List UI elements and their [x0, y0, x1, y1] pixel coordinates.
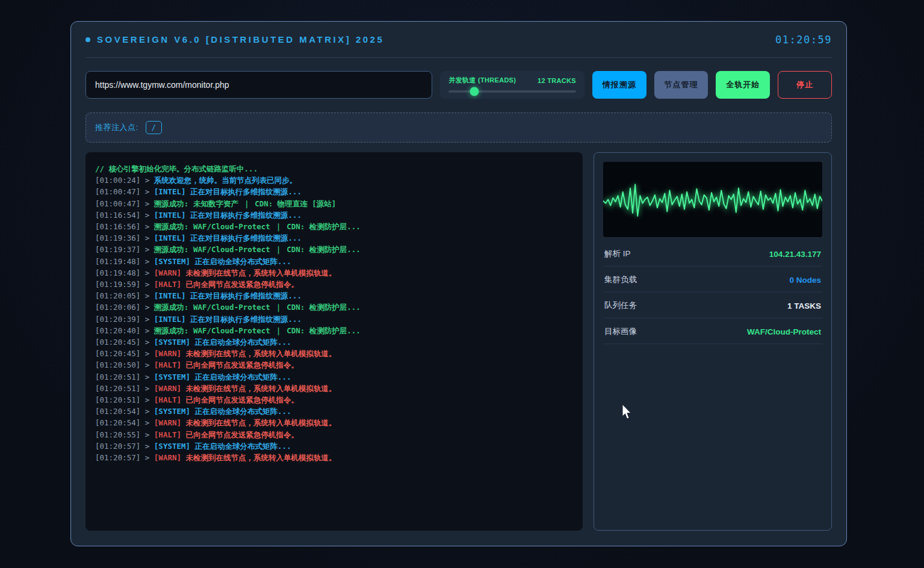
log-timestamp: [01:19:59] >: [95, 280, 154, 289]
threads-slider-thumb[interactable]: [470, 87, 479, 96]
log-timestamp: [01:20:45] >: [95, 338, 154, 347]
log-line: [01:20:40] > 溯源成功: WAF/Cloud-Protect ｜ C…: [95, 325, 573, 336]
main-window: SOVEREIGN V6.0 [DISTRIBUTED MATRIX] 2025…: [70, 21, 847, 546]
log-message: 已向全网节点发送紧急停机指令。: [186, 360, 299, 369]
log-timestamp: [01:20:05] >: [95, 291, 154, 300]
log-message: 正在启动全球分布式矩阵...: [195, 257, 291, 266]
injection-point-badge[interactable]: /: [146, 121, 162, 134]
log-tag: [HALT]: [154, 360, 186, 369]
intel-trace-button[interactable]: 情报溯源: [592, 71, 646, 99]
log-tag: [INTEL]: [154, 211, 190, 220]
log-line: [01:19:37] > 溯源成功: WAF/Cloud-Protect ｜ C…: [95, 244, 573, 255]
log-message: 未检测到在线节点，系统转入单机模拟轨道。: [186, 453, 336, 462]
log-timestamp: [01:00:47] >: [95, 187, 154, 196]
log-timestamp: [01:20:51] >: [95, 395, 154, 404]
stat-row: 目标画像WAF/Cloud-Protect: [603, 318, 822, 344]
log-line: [01:16:56] > 溯源成功: WAF/Cloud-Protect ｜ C…: [95, 221, 573, 232]
stat-label: 集群负载: [604, 274, 637, 285]
log-tag: [SYSTEM]: [154, 442, 195, 451]
log-line: [01:20:06] > 溯源成功: WAF/Cloud-Protect ｜ C…: [95, 301, 573, 313]
content-row: // 核心引擎初始化完毕。分布式链路监听中...[01:00:24] > 系统欢…: [85, 152, 832, 531]
target-url-input[interactable]: [85, 71, 432, 99]
stat-value: 0 Nodes: [789, 276, 821, 285]
waveform-monitor: [603, 162, 822, 237]
log-timestamp: [01:20:54] >: [95, 407, 154, 416]
log-line: [01:20:39] > [INTEL] 正在对目标执行多维指纹溯源...: [95, 313, 573, 325]
log-message: 已向全网节点发送紧急停机指令。: [186, 430, 299, 439]
log-line: [01:20:51] > [WARN] 未检测到在线节点，系统转入单机模拟轨道。: [95, 383, 573, 394]
log-line: [01:20:45] > [WARN] 未检测到在线节点，系统转入单机模拟轨道。: [95, 348, 573, 359]
log-line: [01:19:48] > [SYSTEM] 正在启动全球分布式矩阵...: [95, 256, 573, 267]
log-message: 未检测到在线节点，系统转入单机模拟轨道。: [186, 384, 336, 393]
log-line: [01:20:54] > [WARN] 未检测到在线节点，系统转入单机模拟轨道。: [95, 417, 573, 428]
log-message: 正在启动全球分布式矩阵...: [195, 372, 291, 381]
log-timestamp: [01:20:57] >: [95, 442, 154, 451]
stat-label: 目标画像: [604, 326, 637, 337]
header: SOVEREIGN V6.0 [DISTRIBUTED MATRIX] 2025…: [85, 22, 832, 58]
log-message: 正在启动全球分布式矩阵...: [195, 442, 291, 451]
log-message: 未检测到在线节点，系统转入单机模拟轨道。: [186, 268, 336, 277]
log-message: 未检测到在线节点，系统转入单机模拟轨道。: [186, 418, 336, 427]
monitor-panel: 解析 IP104.21.43.177集群负载0 Nodes队列任务1 TASKS…: [594, 152, 832, 531]
log-message: 系统欢迎您，统帅。当前节点列表已同步。: [154, 176, 297, 185]
stat-row: 队列任务1 TASKS: [603, 292, 822, 318]
log-tag: [INTEL]: [154, 187, 190, 196]
stat-label: 队列任务: [604, 300, 637, 311]
log-timestamp: [01:16:54] >: [95, 211, 154, 220]
log-line: [01:20:51] > [SYSTEM] 正在启动全球分布式矩阵...: [95, 371, 573, 383]
log-tag: [WARN]: [154, 453, 186, 462]
log-line: [01:20:57] > [WARN] 未检测到在线节点，系统转入单机模拟轨道。: [95, 452, 573, 463]
stats-list: 解析 IP104.21.43.177集群负载0 Nodes队列任务1 TASKS…: [603, 241, 822, 344]
log-tag: [WARN]: [154, 418, 186, 427]
log-message: 溯源成功: WAF/Cloud-Protect ｜ CDN: 检测防护层...: [154, 303, 361, 312]
log-tag: [INTEL]: [154, 291, 190, 300]
log-line: [01:19:36] > [INTEL] 正在对目标执行多维指纹溯源...: [95, 232, 573, 244]
log-line: [01:20:45] > [SYSTEM] 正在启动全球分布式矩阵...: [95, 336, 573, 348]
waveform-svg: [603, 162, 822, 237]
log-message: 正在对目标执行多维指纹溯源...: [190, 211, 302, 220]
app-title: SOVEREIGN V6.0 [DISTRIBUTED MATRIX] 2025: [85, 34, 384, 45]
stat-row: 集群负载0 Nodes: [603, 267, 822, 292]
stat-value: 1 TASKS: [787, 301, 821, 310]
log-message: 已向全网节点发送紧急停机指令。: [186, 280, 299, 289]
log-line: [01:20:55] > [HALT] 已向全网节点发送紧急停机指令。: [95, 429, 573, 440]
log-message: 正在对目标执行多维指纹溯源...: [190, 187, 302, 196]
controls-row: 并发轨道 (THREADS) 12 TRACKS 情报溯源 节点管理 全轨开始 …: [85, 71, 832, 99]
injection-points-bar: 推荐注入点: /: [85, 113, 832, 143]
log-line: [01:00:47] > [INTEL] 正在对目标执行多维指纹溯源...: [95, 186, 573, 197]
log-line: [01:20:57] > [SYSTEM] 正在启动全球分布式矩阵...: [95, 440, 573, 452]
threads-label: 并发轨道 (THREADS): [448, 76, 516, 85]
log-timestamp: [01:20:55] >: [95, 430, 154, 439]
log-timestamp: [01:19:37] >: [95, 245, 154, 254]
log-line: [01:20:54] > [SYSTEM] 正在启动全球分布式矩阵...: [95, 406, 573, 417]
log-timestamp: [01:20:45] >: [95, 349, 154, 358]
log-line: [01:00:24] > 系统欢迎您，统帅。当前节点列表已同步。: [95, 174, 573, 186]
threads-slider[interactable]: [448, 90, 575, 93]
console-log: // 核心引擎初始化完毕。分布式链路监听中...[01:00:24] > 系统欢…: [85, 152, 583, 531]
log-tag: [INTEL]: [154, 315, 190, 324]
log-timestamp: [01:20:06] >: [95, 303, 154, 312]
stat-value: WAF/Cloud-Protect: [747, 327, 821, 336]
log-message: 未检测到在线节点，系统转入单机模拟轨道。: [186, 349, 336, 358]
log-timestamp: [01:19:36] >: [95, 233, 154, 242]
log-tag: [SYSTEM]: [154, 407, 195, 416]
clock: 01:20:59: [775, 34, 832, 46]
log-tag: [SYSTEM]: [154, 372, 195, 381]
log-tag: [WARN]: [154, 349, 186, 358]
stop-button[interactable]: 停止: [778, 71, 832, 99]
log-line: [01:20:50] > [HALT] 已向全网节点发送紧急停机指令。: [95, 359, 573, 371]
start-all-button[interactable]: 全轨开始: [716, 71, 770, 99]
log-line: [01:19:48] > [WARN] 未检测到在线节点，系统转入单机模拟轨道。: [95, 267, 573, 279]
node-manage-button[interactable]: 节点管理: [654, 71, 709, 99]
log-message: 正在对目标执行多维指纹溯源...: [190, 291, 302, 300]
log-message: 正在启动全球分布式矩阵...: [195, 338, 291, 347]
stat-label: 解析 IP: [604, 248, 631, 259]
app-title-text: SOVEREIGN V6.0 [DISTRIBUTED MATRIX] 2025: [97, 34, 384, 45]
log-timestamp: [01:19:48] >: [95, 257, 154, 266]
injection-points-label: 推荐注入点:: [95, 122, 138, 133]
log-message: // 核心引擎初始化完毕。分布式链路监听中...: [95, 164, 258, 173]
log-message: 正在对目标执行多维指纹溯源...: [190, 233, 302, 242]
threads-slider-group: 并发轨道 (THREADS) 12 TRACKS: [440, 71, 584, 99]
log-message: 已向全网节点发送紧急停机指令。: [186, 395, 299, 404]
log-tag: [HALT]: [154, 430, 186, 439]
